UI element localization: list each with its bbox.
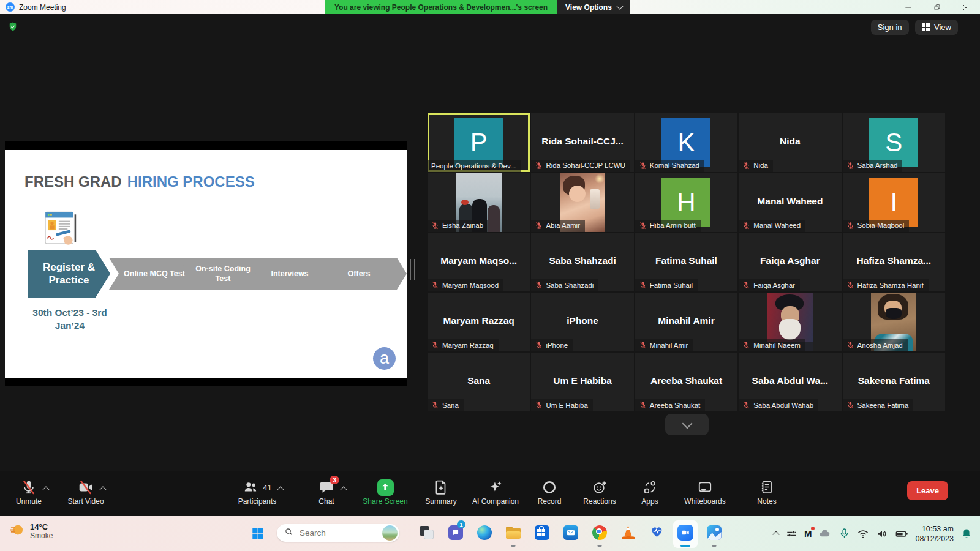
participant-label: Komal Shahzad <box>635 160 704 172</box>
tray-overflow-chevron-icon[interactable] <box>774 530 778 537</box>
taskbar-teams-chat-icon[interactable]: 1 <box>447 520 464 548</box>
unmute-options-chevron[interactable] <box>43 484 48 495</box>
participant-label: People Operations & Dev... <box>428 160 521 172</box>
muted-mic-icon <box>742 222 750 230</box>
zoom-app-logo: zm <box>6 2 15 12</box>
participant-tile[interactable]: HHiba Amin butt <box>635 173 737 232</box>
muted-mic-icon <box>639 341 647 349</box>
participant-tile[interactable]: Faiqa AsgharFaiqa Asghar <box>739 233 841 292</box>
start-button[interactable] <box>251 527 265 542</box>
participant-tile[interactable]: Eisha Zainab <box>428 173 530 232</box>
wifi-icon[interactable] <box>857 528 869 540</box>
battery-icon[interactable] <box>895 527 908 541</box>
participant-label: Saba Arshad <box>843 160 903 172</box>
participant-label-text: Faiqa Asghar <box>753 282 795 289</box>
clock-widget[interactable]: 10:53 am 08/12/2023 <box>915 524 954 544</box>
taskbar-weather-widget[interactable]: 14°C Smoke <box>9 522 53 541</box>
taskbar-edge-icon[interactable] <box>476 520 492 548</box>
security-shield-icon[interactable] <box>7 21 18 32</box>
muted-mic-icon <box>639 401 647 409</box>
photo-layer <box>461 200 469 205</box>
muted-mic-icon <box>535 401 543 409</box>
gallery-next-page-button[interactable] <box>665 414 709 435</box>
close-button[interactable] <box>951 0 980 14</box>
toolbar-whiteboards[interactable]: Whiteboards <box>671 471 739 516</box>
participant-tile[interactable]: Areeba ShaukatAreeba Shaukat <box>635 353 737 411</box>
leave-button[interactable]: Leave <box>907 481 948 500</box>
restore-button[interactable] <box>922 0 951 14</box>
participant-name: Fatima Suhail <box>638 256 734 267</box>
participant-tile[interactable]: Maryam Maqso...Maryam Maqsood <box>428 233 530 292</box>
participant-tile[interactable]: Manal WaheedManal Waheed <box>739 173 841 232</box>
participant-label: Maryam Razzaq <box>428 339 499 351</box>
participant-label-text: Nida <box>753 162 768 169</box>
participant-tile[interactable]: Rida Sohail-CCJ...Rida Sohail-CCJP LCWU <box>531 113 633 172</box>
taskbar-health-icon[interactable] <box>649 520 665 548</box>
participant-label: Eisha Zainab <box>428 220 488 232</box>
search-input[interactable] <box>298 528 382 538</box>
participant-tile[interactable]: Sakeena FatimaSakeena Fatima <box>843 353 945 411</box>
participant-label: Fatima Suhail <box>635 279 698 291</box>
participant-label-text: Abia Aamir <box>546 222 580 229</box>
taskbar-zoom-icon[interactable] <box>673 520 698 548</box>
notes-icon <box>759 479 775 495</box>
toolbar-chat[interactable]: 3Chat <box>293 471 360 516</box>
participant-name: Faiqa Asghar <box>742 256 838 267</box>
participant-tile[interactable]: KKomal Shahzad <box>635 113 737 172</box>
muted-mic-icon <box>639 281 647 289</box>
start-video-options-chevron[interactable] <box>100 484 105 495</box>
participant-tile[interactable]: Saba ShahzadiSaba Shahzadi <box>531 233 633 292</box>
notifications-bell-icon[interactable] <box>960 528 973 540</box>
participant-tile[interactable]: PPeople Operations & Dev... <box>428 113 530 172</box>
summary-icon <box>433 479 449 495</box>
participant-tile[interactable]: SSaba Arshad <box>843 113 945 172</box>
participant-label: iPhone <box>531 339 573 351</box>
participant-tile[interactable]: NidaNida <box>739 113 841 172</box>
panel-resize-handle[interactable] <box>410 259 415 280</box>
view-options-button[interactable]: View Options <box>557 0 630 14</box>
sign-in-button[interactable]: Sign in <box>871 20 909 35</box>
participant-label: Saba Abdul Wahab <box>739 399 818 411</box>
toolbar-participants[interactable]: 41Participants <box>224 471 291 516</box>
participants-options-chevron[interactable] <box>278 484 283 495</box>
minimize-button[interactable] <box>894 0 922 14</box>
participant-label-text: Maryam Maqsood <box>442 282 499 289</box>
participant-tile[interactable]: Hafiza Shamza...Hafiza Shamza Hanif <box>843 233 945 292</box>
weather-condition: Smoke <box>30 531 53 541</box>
taskbar-chrome-icon[interactable] <box>591 520 608 548</box>
participant-tile[interactable]: Um E HabibaUm E Habiba <box>531 353 633 411</box>
toolbar-label: Unmute <box>16 497 42 506</box>
toolbar-notes[interactable]: Notes <box>733 471 801 516</box>
taskbar-search[interactable] <box>277 524 399 542</box>
toolbar-start-video[interactable]: Start Video <box>52 471 119 516</box>
participant-label: Abia Aamir <box>531 220 585 232</box>
taskbar-file-explorer-icon[interactable] <box>505 520 521 548</box>
taskbar-vlc-icon[interactable] <box>620 520 636 548</box>
participant-tile[interactable]: Minahil Naeem <box>739 293 841 351</box>
taskbar-task-view-icon[interactable] <box>418 520 435 548</box>
volume-icon[interactable] <box>876 528 888 540</box>
participant-tile[interactable]: iPhoneiPhone <box>531 293 633 351</box>
participant-tile[interactable]: Fatima SuhailFatima Suhail <box>635 233 737 292</box>
toolbar-label: Chat <box>318 497 334 506</box>
participant-tile[interactable]: ISobia Maqbool <box>843 173 945 232</box>
taskbar-mail-icon[interactable] <box>562 520 579 548</box>
participant-tile[interactable]: Abia Aamir <box>531 173 633 232</box>
participant-tile[interactable]: Minahil AmirMinahil Amir <box>635 293 737 351</box>
toolbar-icon-row <box>433 479 449 496</box>
participant-tile[interactable]: Saba Abdul Wa...Saba Abdul Wahab <box>739 353 841 411</box>
participant-label-text: People Operations & Dev... <box>431 162 516 170</box>
settings-sliders-icon[interactable] <box>785 528 797 540</box>
chat-options-chevron[interactable] <box>341 484 346 495</box>
m-app-tray-icon[interactable]: M <box>804 528 812 539</box>
search-highlight-image[interactable] <box>382 525 398 541</box>
onedrive-cloud-icon[interactable] <box>818 527 832 541</box>
participant-tile[interactable]: SanaSana <box>428 353 530 411</box>
view-button[interactable]: View <box>915 20 958 35</box>
taskbar-photos-icon[interactable] <box>706 520 722 548</box>
participant-tile[interactable]: Maryam RazzaqMaryam Razzaq <box>428 293 530 351</box>
weather-temp: 14°C <box>30 522 53 531</box>
participant-tile[interactable]: Anosha Amjad <box>843 293 945 351</box>
microphone-tray-icon[interactable] <box>839 528 850 539</box>
taskbar-store-icon[interactable] <box>533 520 550 548</box>
